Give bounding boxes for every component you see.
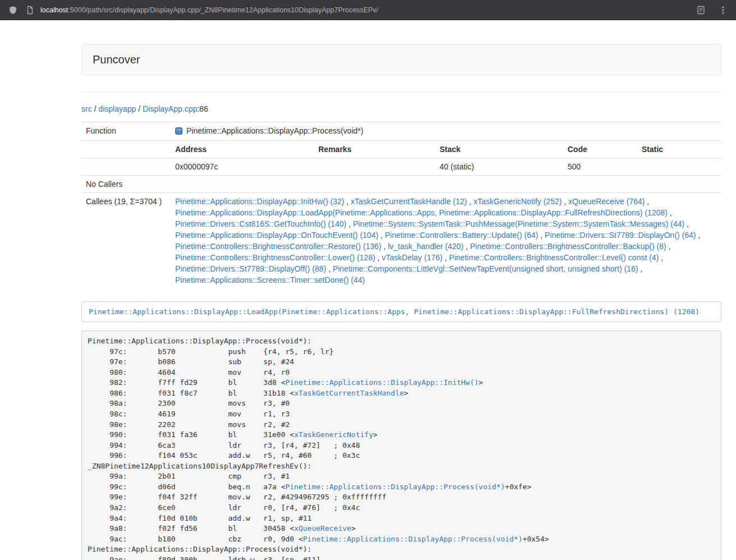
function-table: Function Pinetime::Applications::Display… xyxy=(81,122,721,288)
breadcrumb: src / displayapp / DisplayApp.cpp:86 xyxy=(81,103,721,114)
menu-kebab-icon[interactable] xyxy=(718,5,728,15)
code-symbol-link[interactable]: xTaskGetCurrentTaskHandle xyxy=(294,389,404,397)
column-header-stack: Stack xyxy=(435,141,563,158)
callee-link[interactable]: Pinetime::Applications::Screens::Timer::… xyxy=(175,276,365,284)
callee-link[interactable]: vTaskDelay (176) xyxy=(382,253,442,262)
code-symbol-link[interactable]: xTaskGenericNotify xyxy=(294,430,373,439)
callee-link[interactable]: Pinetime::Controllers::Battery::Update()… xyxy=(385,231,538,240)
callee-link[interactable]: Pinetime::Applications::DisplayApp::OnTo… xyxy=(175,231,378,240)
breadcrumb-link[interactable]: displayapp xyxy=(98,104,136,113)
address-value: 0x0000097c xyxy=(171,158,314,176)
reader-view-icon[interactable] xyxy=(696,5,706,15)
callee-link[interactable]: Pinetime::Applications::DisplayApp::Init… xyxy=(175,197,344,206)
callees-label: Callees (19, Σ=3704 ) xyxy=(81,193,171,289)
breadcrumb-separator: / xyxy=(136,104,143,113)
callee-link[interactable]: Pinetime::Controllers::BrightnessControl… xyxy=(175,242,381,251)
remarks-value xyxy=(314,158,435,176)
callee-link[interactable]: Pinetime::Controllers::BrightnessControl… xyxy=(470,242,666,251)
code-symbol-link[interactable]: Pinetime::Applications::DisplayApp::Proc… xyxy=(285,483,505,491)
function-cell: Pinetime::Applications::DisplayApp::Proc… xyxy=(171,122,721,141)
breadcrumb-line-number: :86 xyxy=(197,104,208,113)
highlighted-symbol-link[interactable]: Pinetime::Applications::DisplayApp::Load… xyxy=(89,307,700,316)
browser-toolbar: localhost:5000/path/src/displayapp/Displ… xyxy=(0,0,736,20)
page-icon[interactable] xyxy=(25,5,35,15)
column-header-code: Code xyxy=(563,141,637,158)
static-value xyxy=(637,158,721,176)
callee-link[interactable]: Pinetime::Applications::DisplayApp::Load… xyxy=(175,208,668,217)
stats-header-row: Address Remarks Stack Code Static xyxy=(81,141,721,158)
no-callers-cell xyxy=(171,176,721,193)
shield-icon[interactable] xyxy=(8,5,18,15)
stack-value: 40 (static) xyxy=(435,158,563,176)
callee-link[interactable]: Pinetime::Drivers::Cst816S::GetTouchInfo… xyxy=(175,219,346,228)
breadcrumb-separator: / xyxy=(92,104,99,113)
column-header-static: Static xyxy=(637,141,721,158)
function-row-label: Function xyxy=(81,122,171,141)
breadcrumb-link[interactable]: src xyxy=(81,104,92,113)
function-row: Function Pinetime::Applications::Display… xyxy=(81,122,721,141)
page-title: Puncover xyxy=(93,52,710,67)
disassembly: Pinetime::Applications::DisplayApp::Proc… xyxy=(81,331,721,560)
toolbar-right-controls xyxy=(696,5,728,15)
column-header-address: Address xyxy=(171,141,314,158)
callee-link[interactable]: xTaskGenericNotify (252) xyxy=(473,197,561,206)
callee-link[interactable]: xQueueReceive (764) xyxy=(568,197,644,206)
stats-row-spacer xyxy=(81,158,171,176)
callees-row: Callees (19, Σ=3704 ) Pinetime::Applicat… xyxy=(81,193,721,289)
callee-link[interactable]: lv_task_handler (420) xyxy=(388,242,464,251)
callee-link[interactable]: Pinetime::Drivers::St7789::DisplayOn() (… xyxy=(545,231,696,240)
highlighted-symbol-box: Pinetime::Applications::DisplayApp::Load… xyxy=(81,301,721,322)
method-icon xyxy=(175,126,182,137)
code-value: 500 xyxy=(563,158,637,176)
callee-link[interactable]: xTaskGetCurrentTaskHandle (12) xyxy=(351,197,467,206)
no-callers-row: No Callers xyxy=(81,176,721,193)
callee-link[interactable]: Pinetime::Drivers::St7789::DisplayOff() … xyxy=(175,264,326,273)
url-host: localhost xyxy=(40,6,68,14)
column-header-remarks: Remarks xyxy=(314,141,435,158)
url-path: :5000/path/src/displayapp/DisplayApp.cpp… xyxy=(68,6,378,14)
stats-row: 0x0000097c 40 (static) 500 xyxy=(81,158,721,176)
code-symbol-link[interactable]: xQueueReceive xyxy=(294,524,351,533)
callee-link[interactable]: Pinetime::Controllers::BrightnessControl… xyxy=(175,253,375,262)
callees-list: Pinetime::Applications::DisplayApp::Init… xyxy=(171,193,721,289)
callee-link[interactable]: Pinetime::System::SystemTask::PushMessag… xyxy=(353,219,685,228)
callee-link[interactable]: Pinetime::Components::LittleVgl::SetNewT… xyxy=(333,264,638,273)
breadcrumb-link[interactable]: DisplayApp.cpp xyxy=(143,104,197,113)
main-content: Puncover src / displayapp / DisplayApp.c… xyxy=(81,44,721,560)
page-title-panel: Puncover xyxy=(81,44,721,75)
callee-link[interactable]: Pinetime::Controllers::BrightnessControl… xyxy=(449,253,659,262)
function-name: Pinetime::Applications::DisplayApp::Proc… xyxy=(186,126,363,135)
divider xyxy=(81,91,721,92)
stats-header-spacer xyxy=(81,141,171,158)
no-callers-label: No Callers xyxy=(81,176,171,193)
code-symbol-link[interactable]: Pinetime::Applications::DisplayApp::Proc… xyxy=(303,535,523,543)
code-symbol-link[interactable]: Pinetime::Applications::DisplayApp::Init… xyxy=(285,378,478,387)
url-bar[interactable]: localhost:5000/path/src/displayapp/Displ… xyxy=(40,6,378,14)
